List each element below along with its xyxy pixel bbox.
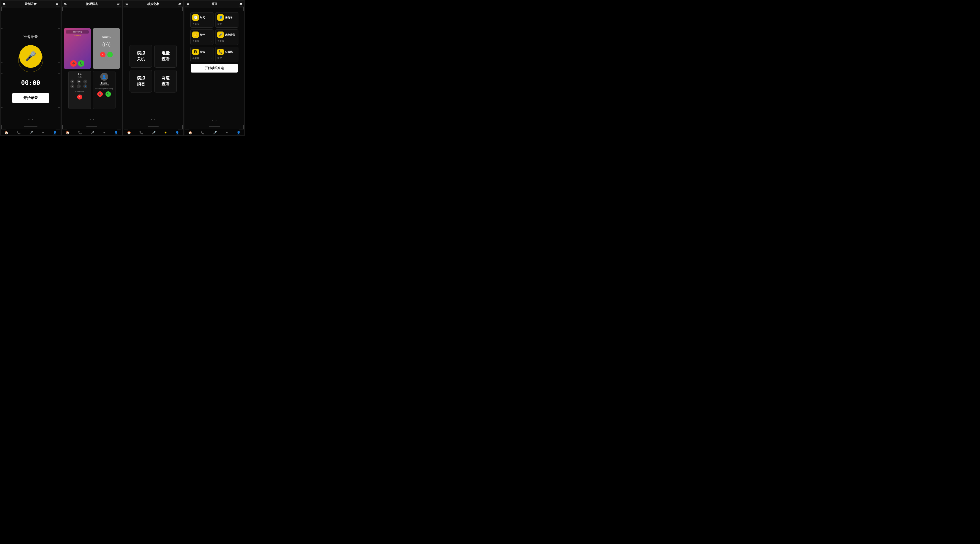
nav3-phone-icon[interactable]: 📞 <box>139 131 143 135</box>
incoming-label: Decline Report Incoming <box>95 88 113 90</box>
call-style-bottom-nav: 🏠 📞 🎤 ✦ 👤 <box>62 129 122 136</box>
corner2-tl <box>62 6 67 11</box>
home-panel-title: 首页 <box>184 0 245 8</box>
sim-tile-2[interactable]: 模拟 消息 <box>129 70 152 92</box>
unknown-number-label: 未知号码来电 <box>66 30 89 33</box>
nav-phone-icon[interactable]: 📞 <box>17 131 21 135</box>
corner4-br <box>239 125 244 129</box>
sim-tile-1[interactable]: 电量 查看 <box>154 45 177 68</box>
caller-arrow-icon: › <box>236 23 236 25</box>
nav-grid-icon[interactable]: ✦ <box>42 131 45 135</box>
sim-tile-3[interactable]: 网速 查看 <box>154 70 177 92</box>
friend-accept-btn[interactable]: 📞 <box>105 91 111 97</box>
nav2-mic-icon[interactable]: 🎤 <box>91 131 94 135</box>
nav4-grid-icon[interactable]: ✦ <box>226 131 228 135</box>
decline-btn-2[interactable]: ✕ <box>100 52 105 57</box>
call-3-time: 00:01 <box>70 76 89 78</box>
home-content: 🕐 时间 去看看 › 👤 来电者 设置 › <box>184 8 245 129</box>
time-label: 时间 <box>200 16 205 19</box>
nav4-phone-icon[interactable]: 📞 <box>200 131 204 135</box>
sim-home-content: 模拟 关机 电量 查看 模拟 消息 网速 查看 <box>123 8 183 129</box>
nav3-grid-icon[interactable]: ✦ <box>164 131 167 135</box>
friend-decline-btn[interactable]: 📵 <box>97 91 103 97</box>
location-icon: 📞 <box>217 49 224 55</box>
accept-button-1[interactable]: 📞 <box>78 60 84 67</box>
call-style-mockup-3[interactable]: 老马 00:01 ⊞ ⌨ 🔊 + 📷 👤 静音 FaceTime ✕ <box>68 71 91 109</box>
barcode4 <box>209 126 220 127</box>
start-record-button[interactable]: 开始录音 <box>12 94 49 103</box>
sim-home-title-text: 模拟之家 <box>147 2 159 6</box>
accept-btn-2[interactable]: ✓ <box>107 52 113 57</box>
nav-home-icon[interactable]: 🏠 <box>5 131 8 135</box>
call-style-mockup-2[interactable]: 9106267... ((•)) ✕ ✓ 扫描地恢复 <box>93 28 120 69</box>
keypad-btn[interactable]: ⊞ <box>70 79 75 84</box>
corner3-bl <box>124 125 128 129</box>
chevron3-icon: ⌃⌃ <box>150 118 156 123</box>
feature-card-location[interactable]: 📞 归属地 设置 › <box>215 47 239 62</box>
call-keypad: ⊞ ⌨ 🔊 + 📷 👤 <box>70 79 89 89</box>
friend-call-actions: 📵 📞 <box>97 91 111 97</box>
keypad-btn[interactable]: 🔊 <box>83 79 88 84</box>
corner3-tl <box>124 6 128 11</box>
keypad-btn[interactable]: + <box>70 84 75 89</box>
call-action-2: ✕ ✓ <box>100 52 113 57</box>
feature-card-ring[interactable]: 🔔 铃声 去看看 › <box>190 30 213 45</box>
record-bottom-nav: 🏠 📞 🎤 ✦ 👤 <box>0 129 61 136</box>
nav2-grid-icon[interactable]: ✦ <box>103 131 106 135</box>
call-style-mockup-1[interactable]: 未知号码来电 归属地查看 📵 📞 <box>64 28 91 69</box>
corner-decoration-tl <box>1 6 6 11</box>
keypad-btn[interactable]: 👤 <box>83 84 88 89</box>
nav2-user-icon[interactable]: 👤 <box>114 131 118 135</box>
nav3-user-icon[interactable]: 👤 <box>175 131 179 135</box>
nav4-home-icon[interactable]: 🏠 <box>188 131 192 135</box>
corner2-br <box>117 125 121 129</box>
sim-home-grid: 模拟 关机 电量 查看 模拟 消息 网速 查看 <box>127 43 179 95</box>
call-style-mockup-4[interactable]: 👤 Friend +8897245678 Decline Report Inco… <box>93 71 116 109</box>
call-action-buttons: 📵 📞 <box>70 60 84 67</box>
keypad-btn[interactable]: 📷 <box>77 84 81 89</box>
location-label: 归属地 <box>225 50 232 54</box>
time-action: 去看看 <box>192 22 199 25</box>
chevron-up-icon: ⌃⌃ <box>27 118 34 123</box>
nav3-home-icon[interactable]: 🏠 <box>127 131 131 135</box>
barcode2 <box>87 126 97 127</box>
wallpaper-label: 壁纸 <box>200 50 205 54</box>
feature-grid: 🕐 时间 去看看 › 👤 来电者 设置 › <box>189 10 240 64</box>
corner3-tr <box>178 6 183 11</box>
nav2-phone-icon[interactable]: 📞 <box>78 131 82 135</box>
sim-home-bottom-nav: 🏠 📞 🎤 ✦ 👤 <box>123 129 183 136</box>
voice-label: 来电语音 <box>225 33 235 36</box>
corner2-bl <box>62 125 67 129</box>
feature-card-caller[interactable]: 👤 来电者 设置 › <box>215 12 239 28</box>
chevron2-icon: ⌃⌃ <box>89 118 95 123</box>
barcode3 <box>148 126 159 127</box>
decline-button-1[interactable]: 📵 <box>70 60 77 67</box>
corner4-bl <box>185 125 189 129</box>
feature-card-time[interactable]: 🕐 时间 去看看 › <box>190 12 213 28</box>
corner-decoration-br <box>56 125 60 129</box>
friend-number: +8897245678 <box>99 84 109 86</box>
nav4-mic-icon[interactable]: 🎤 <box>213 131 217 135</box>
corner3-br <box>178 125 183 129</box>
call-style-content: 未知号码来电 归属地查看 📵 📞 9106267... ((•)) <box>62 8 122 129</box>
nav-mic-icon[interactable]: 🎤 <box>29 131 33 135</box>
restore-label: 扫描地恢复 <box>103 59 110 61</box>
feature-card-wallpaper[interactable]: 🖼 壁纸 去看看 › <box>190 47 213 62</box>
end-call-btn[interactable]: ✕ <box>77 95 82 100</box>
corner4-tr <box>239 6 244 11</box>
sim-tile-0[interactable]: 模拟 关机 <box>129 45 152 68</box>
ring-icon: 🔔 <box>192 32 199 38</box>
start-call-button[interactable]: 开始模拟来电 <box>191 64 237 73</box>
call-3-bottom: ✕ <box>70 95 89 100</box>
nav3-mic-icon[interactable]: 🎤 <box>152 131 156 135</box>
nav4-user-icon[interactable]: 👤 <box>237 131 240 135</box>
call-number-display: 9106267... <box>102 36 111 38</box>
sim-home-panel: 模拟之家 模拟 关机 电量 查看 模拟 消息 网速 查看 ⌃⌃ <box>123 0 184 136</box>
caller-label: 来电者 <box>225 16 232 19</box>
nav-user-icon[interactable]: 👤 <box>53 131 57 135</box>
chevron4-icon: ⌃⌃ <box>211 119 218 124</box>
wallpaper-action: 去看看 <box>192 57 199 60</box>
nav2-home-icon[interactable]: 🏠 <box>66 131 70 135</box>
feature-card-voice[interactable]: 🎤 来电语音 去看看 › <box>215 30 239 45</box>
keypad-btn[interactable]: ⌨ <box>77 79 81 84</box>
